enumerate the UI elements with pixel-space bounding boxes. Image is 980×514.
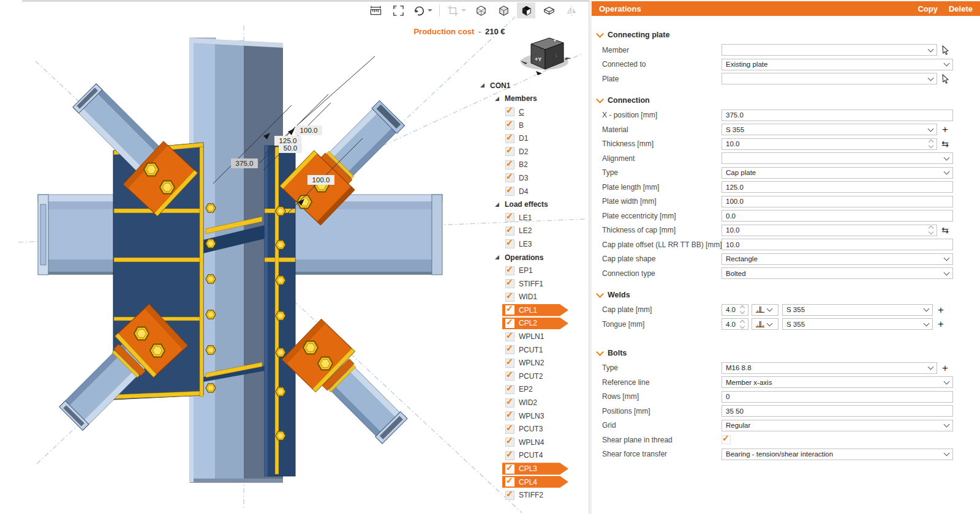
tree-node-cpl4[interactable]: CPL4 bbox=[478, 475, 589, 489]
tree-node-cpl2[interactable]: CPL2 bbox=[478, 317, 589, 330]
tree-node-d2[interactable]: D2 bbox=[478, 145, 589, 158]
tree-node-label[interactable]: LE2 bbox=[519, 226, 532, 235]
delete-button[interactable]: Delete bbox=[949, 4, 973, 13]
tree-checkbox[interactable] bbox=[505, 345, 514, 354]
tree-checkbox[interactable] bbox=[505, 451, 514, 460]
tree-checkbox[interactable] bbox=[505, 319, 514, 328]
solid-view-button[interactable] bbox=[517, 2, 535, 18]
tree-node-con1[interactable]: CON1 bbox=[478, 79, 589, 92]
field-thickness-of-cap-mm-stepper[interactable]: 10.0 bbox=[722, 225, 937, 236]
tree-node-label[interactable]: WPLN3 bbox=[519, 412, 544, 420]
tree-node-label[interactable]: WPLN4 bbox=[519, 438, 544, 447]
tree-node-label[interactable]: CPL2 bbox=[519, 319, 537, 327]
tree-node-label[interactable]: WPLN1 bbox=[519, 332, 544, 341]
field-cap-plate-mm-size-stepper[interactable]: 4.0 bbox=[722, 304, 748, 316]
tree-node-b2[interactable]: B2 bbox=[478, 158, 589, 172]
field-positions-mm-input[interactable] bbox=[722, 405, 953, 417]
field-tongue-mm-material-select[interactable]: S 355 bbox=[782, 318, 933, 330]
tree-node-load-effects[interactable]: Load effects bbox=[478, 198, 589, 211]
tree-node-ep1[interactable]: EP1 bbox=[478, 264, 589, 277]
field-plate-select[interactable] bbox=[722, 73, 937, 84]
tree-node-d4[interactable]: D4 bbox=[478, 185, 589, 198]
tree-node-wid1[interactable]: WID1 bbox=[478, 291, 589, 304]
dropdown-caret-icon[interactable] bbox=[461, 9, 466, 12]
hidden-line-view-button[interactable] bbox=[494, 2, 513, 18]
field-tongue-mm-size-stepper[interactable]: 4.0 bbox=[722, 318, 748, 330]
tree-node-label[interactable]: LE1 bbox=[519, 214, 532, 222]
mirror-view-button[interactable] bbox=[562, 2, 581, 18]
pick-in-scene-icon[interactable] bbox=[937, 45, 953, 55]
tree-checkbox[interactable] bbox=[505, 134, 514, 143]
tree-node-label[interactable]: Operations bbox=[505, 253, 543, 262]
tree-expander-icon[interactable] bbox=[480, 83, 484, 88]
tree-checkbox[interactable] bbox=[505, 213, 514, 222]
tree-node-pcut1[interactable]: PCUT1 bbox=[478, 343, 589, 357]
tree-expander-icon[interactable] bbox=[495, 97, 499, 101]
tree-checkbox[interactable] bbox=[505, 239, 514, 248]
dropdown-caret-icon[interactable] bbox=[428, 9, 432, 12]
tree-node-label[interactable]: LE3 bbox=[519, 240, 532, 248]
tree-checkbox[interactable] bbox=[505, 226, 514, 236]
tree-checkbox[interactable] bbox=[505, 160, 514, 169]
tree-node-label[interactable]: PCUT3 bbox=[519, 425, 543, 433]
tree-node-le1[interactable]: LE1 bbox=[478, 211, 589, 225]
tree-node-cpl1[interactable]: CPL1 bbox=[478, 304, 589, 317]
field-alignment-select[interactable] bbox=[722, 152, 953, 164]
add-new-button[interactable]: + bbox=[937, 363, 953, 373]
collapse-chevron-icon[interactable] bbox=[596, 30, 604, 38]
field-rows-mm-input[interactable] bbox=[722, 391, 953, 403]
tree-node-members[interactable]: Members bbox=[478, 92, 589, 106]
tree-node-stiff2[interactable]: STIFF2 bbox=[478, 488, 589, 502]
add-new-button[interactable]: + bbox=[933, 319, 949, 329]
tree-node-label[interactable]: C bbox=[519, 108, 524, 116]
tree-checkbox[interactable] bbox=[505, 371, 514, 381]
field-plate-eccentricity-mm-input[interactable] bbox=[722, 210, 953, 222]
field-cap-plate-mm-type-select[interactable] bbox=[752, 304, 778, 316]
tree-node-label[interactable]: CPL3 bbox=[519, 464, 537, 473]
tree-node-label[interactable]: EP1 bbox=[519, 266, 533, 275]
tree-node-label[interactable]: B bbox=[519, 121, 524, 130]
field-material-select[interactable]: S 355 bbox=[722, 124, 937, 135]
field-x-position-mm-input[interactable] bbox=[722, 110, 953, 121]
tree-node-stiff1[interactable]: STIFF1 bbox=[478, 277, 589, 291]
copy-button[interactable]: Copy bbox=[918, 4, 938, 13]
tree-node-wpln2[interactable]: WPLN2 bbox=[478, 356, 589, 370]
tree-expander-icon[interactable] bbox=[495, 255, 499, 259]
zoom-extents-button[interactable] bbox=[389, 2, 407, 18]
tree-node-label[interactable]: D1 bbox=[519, 134, 528, 143]
field-grid-select[interactable]: Regular bbox=[722, 420, 953, 431]
tree-checkbox[interactable] bbox=[505, 266, 514, 275]
tree-node-label[interactable]: Load effects bbox=[505, 200, 548, 209]
tree-node-le3[interactable]: LE3 bbox=[478, 237, 589, 251]
tree-checkbox[interactable] bbox=[505, 332, 514, 341]
tree-expander-icon[interactable] bbox=[495, 203, 499, 207]
tree-checkbox[interactable] bbox=[505, 279, 514, 288]
tree-checkbox[interactable] bbox=[505, 359, 514, 368]
swap-sides-button[interactable]: ⇆ bbox=[937, 226, 953, 234]
field-reference-line-select[interactable]: Member x-axis bbox=[722, 376, 953, 388]
field-plate-width-mm-input[interactable] bbox=[722, 196, 953, 207]
tree-node-c[interactable]: C bbox=[478, 105, 589, 119]
field-shear-force-transfer-select[interactable]: Bearing - tension/shear interaction bbox=[722, 449, 953, 460]
tree-checkbox[interactable] bbox=[505, 438, 514, 447]
tree-checkbox[interactable] bbox=[505, 491, 514, 500]
tree-node-label[interactable]: STIFF1 bbox=[519, 280, 543, 288]
field-connected-to-select[interactable]: Existing plate bbox=[722, 59, 953, 70]
tree-node-label[interactable]: EP2 bbox=[519, 385, 533, 393]
field-shear-plane-in-thread-checkbox[interactable] bbox=[722, 435, 731, 444]
field-type-select[interactable]: Cap plate bbox=[722, 167, 953, 179]
tree-node-label[interactable]: CON1 bbox=[490, 81, 510, 90]
tree-checkbox[interactable] bbox=[505, 425, 514, 434]
collapse-chevron-icon[interactable] bbox=[596, 290, 604, 298]
tree-checkbox[interactable] bbox=[505, 173, 514, 182]
clip-view-button[interactable] bbox=[540, 2, 558, 18]
tree-node-pcut4[interactable]: PCUT4 bbox=[478, 449, 589, 463]
tree-checkbox[interactable] bbox=[505, 292, 514, 302]
tree-checkbox[interactable] bbox=[505, 385, 514, 394]
field-type-select[interactable]: M16 8.8 bbox=[722, 362, 937, 374]
field-thickness-mm-stepper[interactable]: 10.0 bbox=[722, 138, 937, 150]
tree-node-d1[interactable]: D1 bbox=[478, 132, 589, 145]
tree-node-label[interactable]: PCUT2 bbox=[519, 372, 543, 381]
swap-sides-button[interactable]: ⇆ bbox=[937, 140, 953, 148]
tree-node-label[interactable]: PCUT4 bbox=[519, 451, 543, 460]
